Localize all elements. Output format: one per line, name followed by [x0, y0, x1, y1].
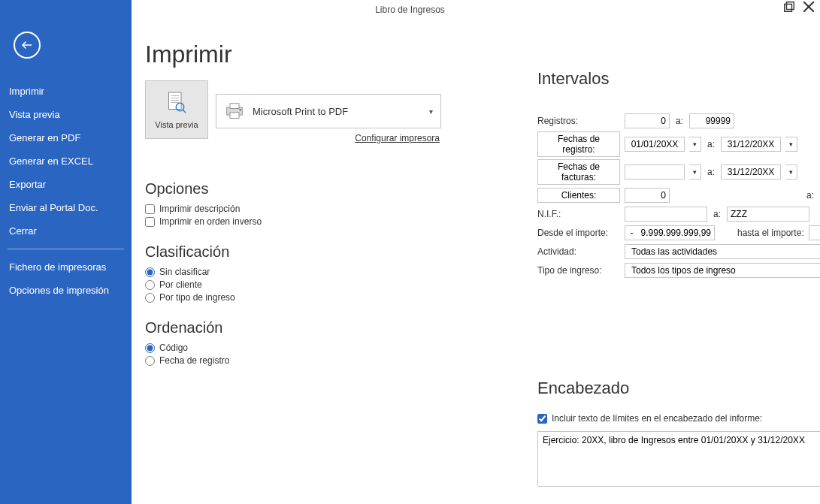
configure-printer-link[interactable]: Configurar impresora: [355, 133, 440, 143]
radio-por-tipo-ingreso[interactable]: Por tipo de ingreso: [145, 292, 401, 303]
sidebar-divider: [8, 249, 124, 249]
fechas-facturas-to-input[interactable]: [721, 164, 781, 180]
registros-to-input[interactable]: [689, 113, 734, 128]
svg-point-15: [239, 109, 241, 111]
importe-to-input[interactable]: [809, 225, 820, 240]
nif-from-input[interactable]: [625, 207, 707, 222]
sidebar: Imprimir Vista previa Generar en PDF Gen…: [0, 0, 132, 504]
registros-from-input[interactable]: [625, 113, 670, 128]
importe-from-label: Desde el importe:: [537, 228, 620, 238]
printer-select[interactable]: Microsoft Print to PDF ▾: [216, 94, 441, 128]
back-button[interactable]: [14, 32, 41, 59]
checkbox-include-limits[interactable]: Incluir texto de límites en el encabezad…: [537, 413, 820, 424]
fechas-facturas-from-input[interactable]: [625, 164, 685, 180]
tipo-ingreso-label: Tipo de ingreso:: [537, 265, 620, 276]
sidebar-item-opciones-impresion[interactable]: Opciones de impresión: [0, 279, 132, 302]
ordering-heading: Ordenación: [145, 319, 401, 337]
window-title: Libro de Ingresos: [375, 5, 445, 15]
classification-heading: Clasificación: [145, 243, 401, 261]
printer-icon: [224, 102, 245, 120]
nif-to-input[interactable]: [727, 207, 809, 222]
registros-label: Registros:: [537, 116, 620, 126]
sidebar-item-generar-excel[interactable]: Generar en EXCEL: [0, 149, 132, 173]
checkbox-print-description[interactable]: Imprimir descripción: [145, 204, 401, 214]
radio-por-cliente[interactable]: Por cliente: [145, 279, 401, 290]
a-label: a:: [706, 139, 716, 149]
restore-icon[interactable]: [784, 2, 794, 12]
svg-line-11: [183, 110, 186, 113]
fechas-registro-from-input[interactable]: [625, 137, 685, 152]
nif-label: N.I.F.:: [537, 209, 620, 219]
sidebar-item-enviar-portal[interactable]: Enviar al Portal Doc.: [0, 196, 132, 219]
printer-name: Microsoft Print to PDF: [253, 106, 422, 117]
checkbox-print-reverse[interactable]: Imprimir en orden inverso: [145, 216, 401, 227]
sidebar-item-exportar[interactable]: Exportar: [0, 173, 132, 196]
options-heading: Opciones: [145, 180, 401, 198]
sidebar-item-cerrar[interactable]: Cerrar: [0, 219, 132, 243]
a-label: a:: [712, 209, 722, 219]
intervals-heading: Intervalos: [537, 69, 820, 89]
clientes-from-input[interactable]: [625, 188, 670, 203]
radio-sin-clasificar[interactable]: Sin clasificar: [145, 267, 401, 277]
sidebar-item-vista-previa[interactable]: Vista previa: [0, 103, 132, 126]
encabezado-heading: Encabezado: [537, 379, 820, 398]
svg-rect-0: [785, 5, 792, 12]
preview-button-label: Vista previa: [155, 120, 198, 129]
a-label: a:: [805, 190, 815, 201]
chevron-down-icon[interactable]: ▾: [785, 137, 797, 152]
chevron-down-icon[interactable]: ▾: [785, 164, 797, 180]
chevron-down-icon[interactable]: ▾: [689, 164, 701, 180]
close-icon[interactable]: [803, 2, 814, 12]
tipo-ingreso-select[interactable]: Todos los tipos de ingreso: [625, 263, 820, 278]
chevron-down-icon: ▾: [429, 107, 433, 116]
a-label: a:: [674, 116, 685, 126]
fechas-facturas-button[interactable]: Fechas de facturas:: [537, 159, 620, 185]
radio-fecha-registro[interactable]: Fecha de registro: [145, 355, 401, 366]
sidebar-item-fichero-impresoras[interactable]: Fichero de impresoras: [0, 255, 132, 279]
actividad-select[interactable]: Todas las actividades: [625, 244, 820, 259]
svg-rect-14: [230, 113, 239, 119]
fechas-registro-to-input[interactable]: [721, 137, 781, 152]
svg-rect-13: [230, 104, 239, 109]
sidebar-item-generar-pdf[interactable]: Generar en PDF: [0, 126, 132, 149]
fechas-registro-button[interactable]: Fechas de registro:: [537, 131, 620, 157]
importe-from-input[interactable]: [625, 225, 715, 240]
svg-rect-5: [169, 92, 182, 110]
preview-button[interactable]: Vista previa: [145, 80, 208, 139]
svg-rect-1: [787, 2, 794, 10]
actividad-label: Actividad:: [537, 246, 620, 257]
page-title: Imprimir: [145, 41, 805, 68]
radio-codigo[interactable]: Código: [145, 343, 401, 353]
sidebar-item-imprimir[interactable]: Imprimir: [0, 80, 132, 103]
a-label: a:: [706, 167, 716, 177]
chevron-down-icon[interactable]: ▾: [689, 137, 701, 152]
importe-to-label: hasta el importe:: [737, 228, 804, 238]
document-preview-icon: [163, 90, 190, 117]
header-text-area[interactable]: [537, 431, 820, 487]
clientes-button[interactable]: Clientes:: [537, 188, 620, 203]
